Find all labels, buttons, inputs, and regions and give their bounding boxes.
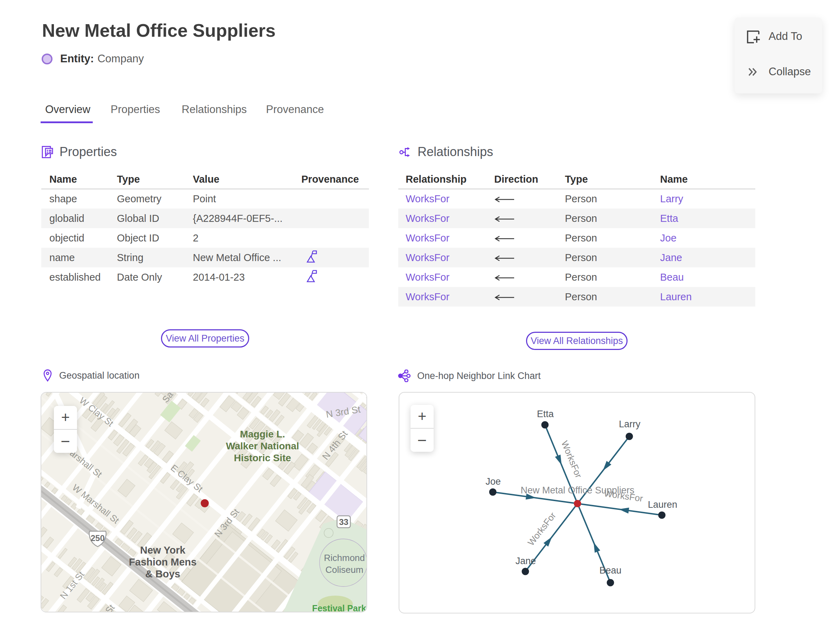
svg-text:WorksFor: WorksFor [603,488,644,504]
svg-text:Etta: Etta [537,409,554,419]
svg-text:Maggie L.: Maggie L. [240,429,285,440]
svg-text:& Boys: & Boys [145,568,180,580]
svg-text:Coliseum: Coliseum [326,564,363,575]
svg-text:WorksFor: WorksFor [559,439,584,479]
svg-text:Joe: Joe [485,476,501,487]
svg-text:Historic Site: Historic Site [234,453,291,463]
svg-text:Lauren: Lauren [648,499,677,510]
svg-text:Larry: Larry [619,419,641,429]
svg-text:Beau: Beau [599,565,621,575]
svg-text:33: 33 [339,517,348,527]
svg-text:WorksFor: WorksFor [526,510,558,548]
svg-text:Festival Park: Festival Park [312,603,366,612]
svg-text:250: 250 [91,533,105,543]
svg-text:New York: New York [140,545,186,556]
svg-text:Jane: Jane [515,556,536,566]
svg-text:Fashion Mens: Fashion Mens [129,556,196,567]
svg-text:Walker National: Walker National [226,440,299,451]
svg-text:Richmond: Richmond [324,553,365,563]
